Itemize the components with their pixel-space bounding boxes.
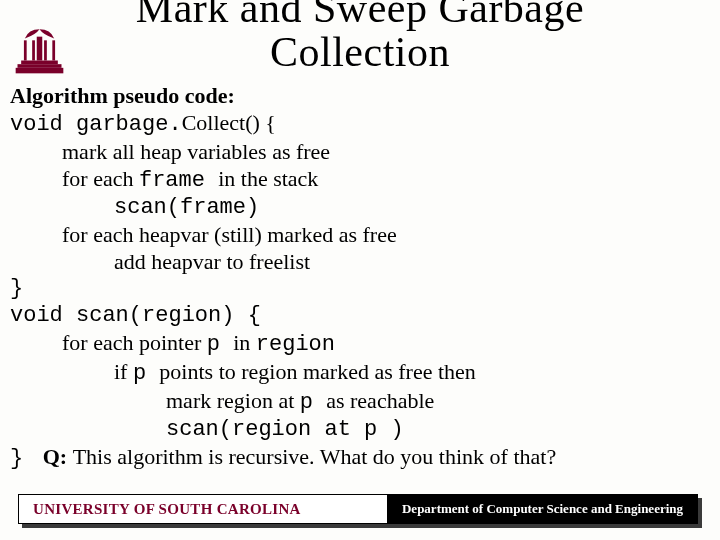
slide-body: Algorithm pseudo code: void garbage.Coll… <box>10 82 710 472</box>
footer-left: UNIVERSITY OF SOUTH CAROLINA <box>18 494 388 524</box>
code-line-6: add heapvar to freelist <box>10 248 710 275</box>
closing-brace: } <box>10 446 23 471</box>
slide-title: Mark and Sweep Garbage Collection <box>0 0 720 74</box>
code-line-13-and-question: } Q: This algorithm is recursive. What d… <box>10 443 710 472</box>
pseudocode-heading: Algorithm pseudo code: <box>10 82 710 109</box>
code-line-8: void scan(region) { <box>10 302 710 329</box>
code-line-2: mark all heap variables as free <box>10 138 710 165</box>
code-line-3: for each frame in the stack <box>10 165 710 194</box>
code-line-9: for each pointer p in region <box>10 329 710 358</box>
footer: UNIVERSITY OF SOUTH CAROLINA Department … <box>18 494 702 528</box>
code-line-4: scan(frame) <box>10 194 710 221</box>
code-line-10: if p points to region marked as free the… <box>10 358 710 387</box>
code-line-7: } <box>10 275 710 302</box>
title-line-1: Mark and Sweep Garbage <box>136 0 584 31</box>
code-line-12: scan(region at p ) <box>10 416 710 443</box>
title-line-2: Collection <box>270 29 450 75</box>
code-line-1: void garbage.Collect() { <box>10 109 710 138</box>
code-line-11: mark region at p as reachable <box>10 387 710 416</box>
footer-right: Department of Computer Science and Engin… <box>387 494 698 524</box>
department-name: Department of Computer Science and Engin… <box>402 501 683 517</box>
slide: Mark and Sweep Garbage Collection Algori… <box>0 0 720 540</box>
question: Q: This algorithm is recursive. What do … <box>43 444 556 469</box>
code-line-5: for each heapvar (still) marked as free <box>10 221 710 248</box>
university-name: UNIVERSITY OF SOUTH CAROLINA <box>33 501 301 518</box>
